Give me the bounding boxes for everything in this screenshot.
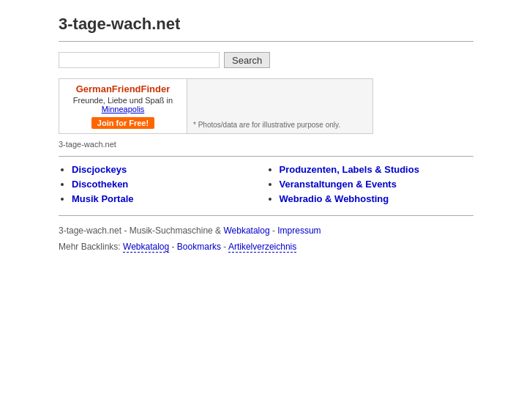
footer-sep2: -: [169, 242, 177, 252]
ad-left-panel: GermanFriendFinder Freunde, Liebe und Sp…: [59, 79, 187, 133]
bottom-divider: [59, 156, 473, 157]
ad-tagline: Freunde, Liebe und Spaß in Minneapolis: [73, 96, 173, 113]
ad-right-panel: * Photos/data are for illustrative purpo…: [187, 79, 372, 133]
ad-join-button[interactable]: Join for Free!: [91, 117, 154, 129]
links-column-left: Discjockeys Discotheken Musik Portale: [59, 164, 266, 208]
footer-line2: Mehr Backlinks: Webkatalog - Bookmarks -…: [59, 239, 473, 256]
footer: 3-tage-wach.net - Musik-Suchmaschine & W…: [59, 223, 473, 255]
ad-banner: GermanFriendFinder Freunde, Liebe und Sp…: [59, 78, 373, 134]
footer-sep3: -: [221, 242, 228, 252]
footer-divider: [59, 215, 473, 216]
list-item: Produzenten, Labels & Studios: [280, 164, 474, 175]
links-column-right: Produzenten, Labels & Studios Veranstalt…: [266, 164, 474, 208]
top-divider: [59, 41, 473, 42]
footer-text1: 3-tage-wach.net - Musik-Suchmaschine &: [59, 225, 223, 236]
list-item: Veranstaltungen & Events: [280, 179, 474, 190]
footer-bookmarks-link[interactable]: Bookmarks: [177, 242, 221, 252]
ad-disclaimer: * Photos/data are for illustrative purpo…: [193, 121, 340, 129]
links-section: Discjockeys Discotheken Musik Portale Pr…: [59, 164, 473, 208]
list-item: Webradio & Webhosting: [280, 193, 474, 204]
footer-artikelverzeichnis-link[interactable]: Artikelverzeichnis: [228, 242, 296, 253]
list-item: Discotheken: [72, 179, 266, 190]
link-webradio[interactable]: Webradio & Webhosting: [280, 193, 389, 204]
ad-city: Minneapolis: [102, 105, 145, 113]
footer-webkatalog2-link[interactable]: Webkatalog: [123, 242, 169, 253]
link-discjockeys[interactable]: Discjockeys: [72, 164, 127, 175]
search-input[interactable]: [59, 52, 220, 68]
list-item: Musik Portale: [72, 193, 266, 204]
link-musik-portale[interactable]: Musik Portale: [72, 193, 134, 204]
page-title: 3-tage-wach.net: [59, 15, 473, 34]
left-links-list: Discjockeys Discotheken Musik Portale: [59, 164, 266, 204]
ad-brand-link[interactable]: GermanFriendFinder: [76, 83, 171, 94]
footer-text2: Mehr Backlinks:: [59, 242, 123, 252]
footer-line1: 3-tage-wach.net - Musik-Suchmaschine & W…: [59, 223, 473, 239]
ad-source: 3-tage-wach.net: [59, 140, 473, 149]
footer-sep1: -: [270, 225, 278, 236]
link-produzenten[interactable]: Produzenten, Labels & Studios: [280, 164, 419, 175]
list-item: Discjockeys: [72, 164, 266, 175]
right-links-list: Produzenten, Labels & Studios Veranstalt…: [266, 164, 474, 204]
search-bar: Search: [59, 52, 473, 68]
search-button[interactable]: Search: [224, 52, 270, 68]
footer-webkatalog1-link[interactable]: Webkatalog: [223, 225, 269, 236]
link-discotheken[interactable]: Discotheken: [72, 179, 128, 190]
link-veranstaltungen[interactable]: Veranstaltungen & Events: [280, 179, 397, 190]
footer-impressum-link[interactable]: Impressum: [277, 225, 321, 236]
